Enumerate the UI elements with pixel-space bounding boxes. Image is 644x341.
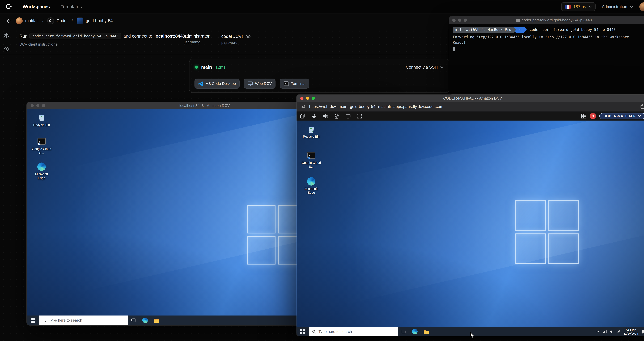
user-avatar-small bbox=[16, 18, 23, 24]
close-button[interactable] bbox=[452, 18, 456, 22]
prompt-path: ~ bbox=[516, 27, 524, 33]
search-input[interactable] bbox=[49, 318, 125, 322]
front-window-titlebar[interactable]: CODER-MATIFALI- - Amazon DCV bbox=[296, 94, 644, 102]
minimize-button[interactable] bbox=[306, 97, 309, 100]
desktop-icon-edge[interactable]: Microsoft Edge bbox=[301, 177, 322, 195]
taskbar-search[interactable] bbox=[39, 316, 128, 325]
desktop-icon-recycle-bin[interactable]: Recycle Bin bbox=[301, 125, 322, 139]
coder-logo[interactable] bbox=[5, 3, 12, 10]
folder-icon bbox=[516, 18, 520, 22]
address-bar[interactable]: https://web-dcv--main--gold-booby-54--ma… bbox=[296, 102, 644, 112]
crumb-template-label: Coder bbox=[56, 18, 68, 23]
zoom-button[interactable] bbox=[42, 104, 45, 107]
coder-avatar bbox=[47, 18, 54, 24]
run-label: Run bbox=[19, 34, 28, 39]
edge-taskbar-icon[interactable] bbox=[140, 316, 151, 325]
console-icon bbox=[307, 151, 316, 160]
desktop-icon-gcloud[interactable]: Google Cloud S... bbox=[301, 151, 322, 168]
crumb-user-label: matifali bbox=[25, 18, 38, 23]
back-button[interactable] bbox=[5, 17, 12, 24]
terminal-icon bbox=[284, 81, 289, 86]
nav-workspaces[interactable]: Workspaces bbox=[23, 4, 50, 10]
file-explorer-icon[interactable] bbox=[420, 327, 432, 336]
desktop-icon-recycle-bin[interactable]: Recycle Bin bbox=[31, 113, 52, 127]
crumb-user[interactable]: matifali bbox=[16, 18, 38, 24]
administration-menu[interactable]: Administration bbox=[602, 4, 633, 9]
speaker-icon[interactable] bbox=[323, 113, 328, 119]
webcam-icon[interactable] bbox=[334, 113, 340, 119]
minimize-button[interactable] bbox=[36, 104, 40, 107]
minimize-button[interactable] bbox=[458, 18, 461, 22]
desktop-icon-label: Microsoft Edge bbox=[31, 172, 52, 180]
terminal-output-line: Ready! bbox=[453, 40, 644, 46]
microphone-icon[interactable] bbox=[311, 113, 316, 119]
top-navbar: Workspaces Templates 187ms Administratio… bbox=[0, 0, 644, 14]
edge-taskbar-icon[interactable] bbox=[409, 327, 420, 336]
history-icon[interactable] bbox=[3, 46, 10, 52]
dcv-toolbar-right: 3 CODER-MATIFALI- bbox=[581, 113, 644, 119]
windows-session-icon[interactable] bbox=[300, 113, 305, 119]
eye-off-icon[interactable] bbox=[245, 34, 251, 39]
crumb-workspace-label: gold-booby-54 bbox=[86, 18, 113, 23]
session-pill[interactable]: CODER-MATIFALI- bbox=[599, 113, 644, 119]
start-button[interactable] bbox=[296, 327, 309, 336]
workspace-thumbnail bbox=[77, 18, 83, 24]
task-view-icon[interactable] bbox=[398, 327, 409, 336]
site-info-icon[interactable] bbox=[301, 104, 306, 109]
mouse-cursor bbox=[470, 332, 475, 339]
app-grid-icon[interactable] bbox=[581, 113, 586, 119]
taskbar-search[interactable] bbox=[309, 327, 398, 336]
password-value: coderDCV! bbox=[221, 34, 243, 39]
notifications-icon[interactable] bbox=[641, 329, 644, 334]
connect-via-ssh-label: Connect via SSH bbox=[406, 65, 438, 70]
crumb-template[interactable]: Coder bbox=[47, 18, 68, 24]
agent-header: main 12ms Connect via SSH bbox=[190, 59, 449, 75]
start-button[interactable] bbox=[27, 316, 39, 325]
terminal-titlebar[interactable]: coder port-forward gold-booby-54 -p 8443 bbox=[449, 16, 644, 24]
tray-chevron-icon[interactable] bbox=[596, 330, 600, 333]
close-button[interactable] bbox=[300, 97, 304, 100]
zoom-button[interactable] bbox=[464, 18, 467, 22]
nav-templates[interactable]: Templates bbox=[61, 4, 82, 10]
windows-start-icon bbox=[31, 318, 35, 322]
desktop-icon-label: Google Cloud S... bbox=[31, 147, 52, 155]
desktop-icon-gcloud[interactable]: Google Cloud S... bbox=[31, 137, 52, 155]
connect-via-ssh-button[interactable]: Connect via SSH bbox=[406, 65, 444, 70]
dcv-client-instructions-link[interactable]: DCV client instructions bbox=[19, 42, 57, 46]
port-forward-command: coder port-forward gold-booby-54 -p 8443 bbox=[30, 33, 121, 40]
chevron-down-icon bbox=[588, 6, 592, 8]
user-avatar bbox=[639, 2, 644, 11]
asterisk-icon[interactable] bbox=[3, 32, 10, 39]
search-input[interactable] bbox=[318, 330, 394, 334]
web-dcv-button[interactable]: Web DCV bbox=[244, 78, 276, 88]
file-explorer-icon[interactable] bbox=[151, 316, 162, 325]
display-icon[interactable] bbox=[345, 113, 351, 119]
dcv-window-front: CODER-MATIFALI- - Amazon DCV https://web… bbox=[296, 94, 644, 336]
recycle-bin-icon bbox=[307, 125, 316, 134]
latency-menu[interactable]: 187ms bbox=[561, 2, 596, 11]
search-icon bbox=[42, 318, 46, 322]
screen: Workspaces Templates 187ms Administratio… bbox=[0, 0, 644, 341]
terminal-button[interactable]: Terminal bbox=[280, 78, 309, 88]
close-button[interactable] bbox=[31, 104, 34, 107]
clipboard-icon[interactable] bbox=[640, 104, 644, 109]
url-text[interactable]: https://web-dcv--main--gold-booby-54--ma… bbox=[309, 104, 443, 109]
vscode-desktop-button[interactable]: VS Code Desktop bbox=[194, 78, 240, 88]
agent-panel: main 12ms Connect via SSH VS Code Deskto… bbox=[189, 59, 450, 93]
user-menu[interactable] bbox=[639, 2, 644, 11]
task-view-icon[interactable] bbox=[128, 316, 139, 325]
crumb-workspace[interactable]: gold-booby-54 bbox=[77, 18, 113, 24]
desktop-icon-edge[interactable]: Microsoft Edge bbox=[31, 162, 52, 180]
fullscreen-icon[interactable] bbox=[357, 113, 362, 119]
pen-icon[interactable] bbox=[617, 330, 621, 334]
port-forward-row: Run coder port-forward gold-booby-54 -p … bbox=[19, 33, 186, 40]
zoom-button[interactable] bbox=[312, 97, 315, 100]
notification-badge: 3 bbox=[590, 114, 596, 118]
network-icon[interactable] bbox=[603, 330, 607, 334]
taskbar-clock[interactable]: 7:38 PM 11/20/2024 bbox=[624, 328, 638, 336]
volume-icon[interactable] bbox=[610, 330, 614, 334]
agent-status-dot bbox=[195, 66, 198, 69]
navbar-right: 187ms Administration bbox=[561, 2, 644, 11]
windows-logo bbox=[515, 200, 579, 264]
session-pill-label: CODER-MATIFALI- bbox=[604, 114, 636, 118]
